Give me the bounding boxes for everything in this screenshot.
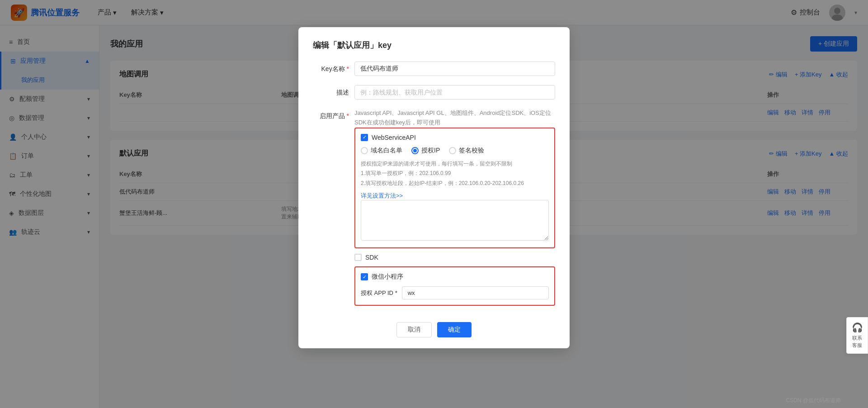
- webservice-label: WebServiceAPI: [372, 134, 416, 141]
- key-name-label: Key名称 *: [313, 62, 349, 73]
- auth-ip-hint: 授权指定IP来源的请求才可使用，每行填写一条，留空则不限制 1.填写单一授权IP…: [361, 159, 549, 189]
- edit-key-modal: 编辑「默认应用」key Key名称 * 描述 启用产品 * Javascript…: [298, 27, 570, 348]
- headset-icon: 🎧: [852, 322, 863, 333]
- webservice-radio-group: 域名白名单 授权IP 签名校验: [361, 147, 549, 155]
- sdk-checkbox-item[interactable]: SDK: [354, 254, 555, 261]
- modal-overlay[interactable]: 编辑「默认应用」key Key名称 * 描述 启用产品 * Javascript…: [0, 0, 868, 408]
- key-name-input[interactable]: [354, 62, 555, 76]
- wechat-section: ✓ 微信小程序 授权 APP ID *: [354, 266, 555, 306]
- customer-service-label: 联系客服: [852, 335, 862, 349]
- wechat-appid-label: 授权 APP ID *: [361, 289, 397, 297]
- enable-product-hint: Javascript API、Javascript API GL、地图组件、An…: [354, 109, 555, 128]
- description-control: [354, 85, 555, 100]
- wechat-checkbox[interactable]: ✓: [361, 273, 368, 280]
- setting-method-link[interactable]: 详见设置方法>>: [361, 192, 549, 200]
- wechat-appid-input[interactable]: [402, 286, 549, 299]
- sdk-label: SDK: [365, 254, 378, 261]
- key-name-control: [354, 62, 555, 76]
- webservice-api-box: ✓ WebServiceAPI 域名白名单 授权IP: [354, 128, 555, 249]
- radio-circle-sign: [449, 147, 456, 154]
- confirm-button[interactable]: 确定: [437, 322, 472, 337]
- csdn-watermark: CSDN @低代码布道师: [786, 397, 841, 404]
- sdk-section: SDK: [354, 254, 555, 261]
- description-row: 描述: [313, 85, 555, 100]
- enable-product-label: 启用产品 *: [313, 109, 349, 120]
- webservice-checkbox[interactable]: ✓: [361, 134, 368, 141]
- cancel-button[interactable]: 取消: [396, 322, 432, 337]
- sdk-checkbox[interactable]: [354, 254, 362, 261]
- radio-auth-ip[interactable]: 授权IP: [411, 147, 440, 155]
- radio-sign-verify[interactable]: 签名校验: [449, 147, 484, 155]
- modal-footer: 取消 确定: [313, 322, 555, 337]
- key-name-row: Key名称 *: [313, 62, 555, 76]
- wechat-label: 微信小程序: [372, 273, 403, 281]
- modal-title: 编辑「默认应用」key: [313, 40, 555, 51]
- wechat-appid-row: 授权 APP ID *: [361, 286, 549, 299]
- radio-circle-domain: [361, 147, 368, 154]
- wechat-checkbox-item[interactable]: ✓ 微信小程序: [361, 273, 549, 281]
- enable-product-control: Javascript API、Javascript API GL、地图组件、An…: [354, 109, 555, 313]
- ip-textarea[interactable]: [361, 200, 549, 241]
- enable-product-row: 启用产品 * Javascript API、Javascript API GL、…: [313, 109, 555, 313]
- webservice-checkbox-item[interactable]: ✓ WebServiceAPI: [361, 134, 549, 141]
- description-input[interactable]: [354, 85, 555, 100]
- customer-service-panel[interactable]: 🎧 联系客服: [846, 317, 868, 354]
- radio-circle-authip: [411, 147, 419, 154]
- description-label: 描述: [313, 85, 349, 97]
- radio-domain-whitelist[interactable]: 域名白名单: [361, 147, 402, 155]
